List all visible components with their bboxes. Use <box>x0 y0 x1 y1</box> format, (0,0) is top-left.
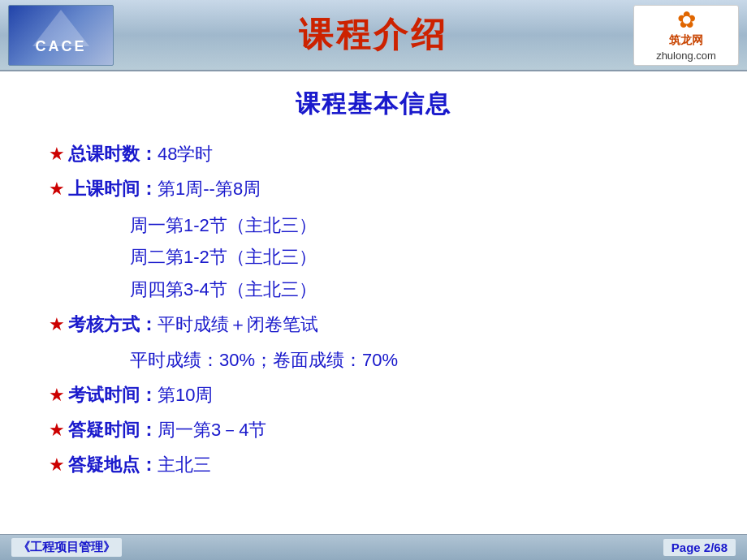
item-value: 平时成绩＋闭卷笔试 <box>158 309 318 339</box>
sub-item: 平时成绩：30%；卷面成绩：70% <box>130 344 698 377</box>
item-row: ★ 考核方式： 平时成绩＋闭卷笔试 <box>49 309 698 339</box>
star-icon: ★ <box>49 139 65 169</box>
star-icon: ★ <box>49 415 65 445</box>
main-content: 课程基本信息 ★ 总课时数： 48学时 ★ 上课时间： 第1周--第8周 周一第… <box>0 71 747 493</box>
item-label: 上课时间： <box>68 174 158 204</box>
footer-course-name: 《工程项目管理》 <box>11 538 122 557</box>
cace-logo: CACE <box>8 5 114 66</box>
item-row: ★ 答疑地点： 主北三 <box>49 450 698 480</box>
star-icon: ★ <box>49 450 65 480</box>
item-label: 总课时数： <box>68 139 158 169</box>
flower-icon: ✿ <box>677 9 696 32</box>
item-value: 周一第3－4节 <box>158 415 266 445</box>
item-value: 主北三 <box>158 450 211 480</box>
footer-page-number: Page 2/68 <box>663 539 736 556</box>
sub-items: 平时成绩：30%；卷面成绩：70% <box>130 344 698 377</box>
star-icon: ★ <box>49 174 65 204</box>
item-value: 48学时 <box>158 139 213 169</box>
item-label: 考试时间： <box>68 380 158 410</box>
sub-item: 周二第1-2节（主北三） <box>130 241 698 274</box>
list-item: ★ 总课时数： 48学时 <box>49 139 698 169</box>
item-value: 第10周 <box>158 380 213 410</box>
item-row: ★ 总课时数： 48学时 <box>49 139 698 169</box>
item-label: 答疑地点： <box>68 450 158 480</box>
list-item: ★ 答疑地点： 主北三 <box>49 450 698 480</box>
star-icon: ★ <box>49 380 65 410</box>
zhulong-url: zhulong.com <box>656 50 716 62</box>
zhulong-brand: 筑龙网 <box>669 33 703 48</box>
sub-items: 周一第1-2节（主北三） 周二第1-2节（主北三） 周四第3-4节（主北三） <box>130 209 698 306</box>
list-item: ★ 考试时间： 第10周 <box>49 380 698 410</box>
header: CACE 课程介绍 ✿ 筑龙网 zhulong.com <box>0 0 747 71</box>
footer: 《工程项目管理》 Page 2/68 <box>0 534 747 560</box>
item-row: ★ 考试时间： 第10周 <box>49 380 698 410</box>
item-value: 第1周--第8周 <box>158 174 261 204</box>
cace-logo-text: CACE <box>35 38 86 55</box>
item-row: ★ 上课时间： 第1周--第8周 <box>49 174 698 204</box>
sub-item: 周四第3-4节（主北三） <box>130 274 698 306</box>
info-list: ★ 总课时数： 48学时 ★ 上课时间： 第1周--第8周 周一第1-2节（主北… <box>49 139 698 480</box>
header-title: 课程介绍 <box>114 12 633 58</box>
list-item: ★ 答疑时间： 周一第3－4节 <box>49 415 698 445</box>
star-icon: ★ <box>49 309 65 339</box>
list-item: ★ 上课时间： 第1周--第8周 周一第1-2节（主北三） 周二第1-2节（主北… <box>49 174 698 305</box>
item-row: ★ 答疑时间： 周一第3－4节 <box>49 415 698 445</box>
zhulong-logo: ✿ 筑龙网 zhulong.com <box>633 5 739 66</box>
item-label: 答疑时间： <box>68 415 158 445</box>
item-label: 考核方式： <box>68 309 158 339</box>
sub-item: 周一第1-2节（主北三） <box>130 209 698 242</box>
list-item: ★ 考核方式： 平时成绩＋闭卷笔试 平时成绩：30%；卷面成绩：70% <box>49 309 698 377</box>
section-title: 课程基本信息 <box>49 88 698 121</box>
